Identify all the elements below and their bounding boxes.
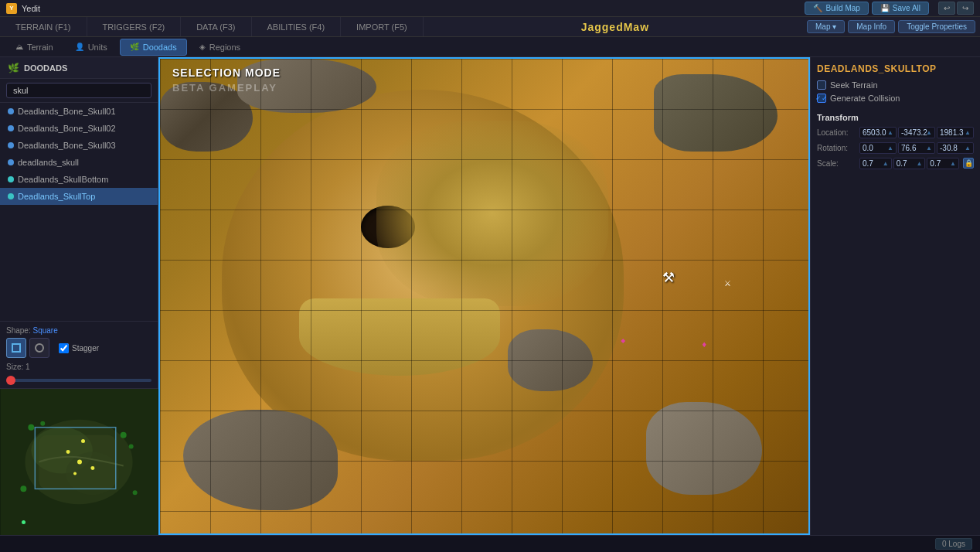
svg-point-8 [40,421,45,426]
scale-z: 0.7 [930,159,950,168]
svg-point-9 [121,432,127,438]
map-info-button[interactable]: Map Info [848,20,895,33]
tool-marker: ⚔ [724,279,731,288]
build-map-button[interactable]: 🔨 Build Map [805,2,868,15]
seek-terrain-checkbox[interactable] [817,80,826,90]
subnav-regions[interactable]: ◈ Regions [190,39,250,56]
scale-y-arrow[interactable]: ▲ [916,160,922,167]
minimap-view [0,389,158,535]
save-icon: 💾 [880,4,890,12]
svg-point-1 [36,344,43,352]
scale-lock-button[interactable]: 🔒 [963,158,974,169]
svg-point-7 [28,424,34,431]
rotation-x-arrow[interactable]: ▲ [887,145,893,152]
scale-x-arrow[interactable]: ▲ [883,160,889,167]
location-y-arrow[interactable]: ▲ [926,129,932,136]
selection-mode-label: SELECTION MODE [172,66,281,79]
location-x-arrow[interactable]: ▲ [887,129,893,136]
tab-triggers[interactable]: TRIGGERS (F2) [87,17,182,36]
rotation-label: Rotation: [817,144,859,152]
generate-collision-checkbox[interactable]: ✓ [817,94,826,103]
list-item[interactable]: deadlands_skull [0,154,158,171]
item-dot [8,193,14,199]
tab-terrain[interactable]: TERRAIN (F1) [0,17,87,36]
size-slider[interactable] [6,379,151,382]
scale-z-field: 0.7 ▲ [927,158,959,169]
minimap-dot [81,439,85,443]
redo-button[interactable]: ↪ [957,2,974,15]
circle-icon [35,343,44,353]
logs-button[interactable]: 0 Logs [935,538,972,550]
object-title: DEADLANDS_SKULLTOP [817,63,974,74]
left-panel: 🌿 DOODADS Deadlands_Bone_Skull01 Deadlan… [0,57,158,535]
transform-section-title: Transform [817,113,974,122]
tab-right-controls: Map ▾ Map Info Toggle Properties [807,20,975,33]
square-icon [12,343,21,353]
circle-shape-button[interactable] [29,338,49,358]
scale-row: Scale: 0.7 ▲ 0.7 ▲ 0.7 ▲ 🔒 [817,158,974,169]
svg-point-15 [90,466,94,470]
svg-point-14 [66,450,70,454]
doodads-icon: 🌿 [130,43,139,51]
subnav-terrain[interactable]: ⛰ Terrain [6,39,63,56]
scale-x: 0.7 [863,159,883,168]
search-box [0,79,158,103]
tab-data[interactable]: DATA (F3) [181,17,251,36]
location-z-arrow[interactable]: ▲ [965,129,971,136]
list-item-selected[interactable]: Deadlands_SkullTop [0,188,158,205]
scale-z-arrow[interactable]: ▲ [950,160,956,167]
location-y-field: -3473.2 ▲ [898,127,935,138]
scale-fields: 0.7 ▲ 0.7 ▲ 0.7 ▲ 🔒 [859,158,974,169]
stagger-checkbox[interactable] [59,343,69,353]
tab-abilities[interactable]: ABILITIES (F4) [252,17,342,36]
size-label: Size: 1 [6,363,151,371]
beta-gameplay-label: BETA GAMEPLAY [172,82,277,94]
tab-import[interactable]: IMPORT (F5) [341,17,424,36]
list-item[interactable]: Deadlands_Bone_Skull03 [0,137,158,154]
shape-buttons: Stagger [6,338,151,358]
map-dropdown-button[interactable]: Map ▾ [807,20,845,33]
location-z-field: 1981.3 ▲ [937,127,974,138]
rotation-z-arrow[interactable]: ▲ [965,145,971,152]
list-item[interactable]: Deadlands_SkullBottom [0,171,158,188]
skull-eye-right [430,210,477,248]
accent-marker: ⬧ [701,337,707,349]
list-item[interactable]: Deadlands_Bone_Skull01 [0,103,158,120]
main-layout: 🌿 DOODADS Deadlands_Bone_Skull01 Deadlan… [0,57,980,535]
location-fields: 6503.0 ▲ -3473.2 ▲ 1981.3 ▲ [859,127,974,138]
viewport-background: SELECTION MODE BETA GAMEPLAY ⚒ ⬥ ⬧ ⚔ [160,59,808,533]
search-input[interactable] [6,83,151,98]
scale-label: Scale: [817,159,859,168]
generate-collision-row: ✓ Generate Collision [817,94,974,103]
location-x: 6503.0 [863,128,887,137]
viewport[interactable]: SELECTION MODE BETA GAMEPLAY ⚒ ⬥ ⬧ ⚔ [158,57,810,535]
location-row: Location: 6503.0 ▲ -3473.2 ▲ 1981.3 ▲ [817,127,974,138]
svg-point-10 [129,445,134,449]
location-label: Location: [817,128,859,137]
title-bar: Y Yedit 🔨 Build Map 💾 Save All ↩ ↪ [0,0,980,17]
location-x-field: 6503.0 ▲ [859,127,897,138]
scale-x-field: 0.7 ▲ [859,158,892,169]
rock-decoration [654,74,778,152]
list-item[interactable]: Deadlands_Bone_Skull02 [0,120,158,137]
map-title: JaggedMaw [424,21,807,33]
save-all-button[interactable]: 💾 Save All [872,2,929,15]
panel-header: 🌿 DOODADS [0,57,158,79]
undo-button[interactable]: ↩ [938,2,955,15]
rotation-x-field: 0.0 ▲ [859,142,897,154]
svg-point-16 [73,472,77,475]
scale-y-field: 0.7 ▲ [893,158,926,169]
rotation-y-arrow[interactable]: ▲ [926,145,932,152]
subnav-doodads[interactable]: 🌿 Doodads [120,39,187,56]
subnav-units[interactable]: 👤 Units [66,39,117,56]
square-shape-button[interactable] [6,338,26,358]
scale-y: 0.7 [897,159,917,168]
rotation-z: -30.8 [940,144,965,152]
units-icon: 👤 [75,43,84,51]
status-bar: 0 Logs [0,535,980,552]
accent-marker: ⬥ [620,333,626,346]
rock-decoration [646,402,762,495]
cursor-icon: ⚒ [662,269,675,286]
toggle-properties-button[interactable]: Toggle Properties [898,20,975,33]
title-bar-right: 🔨 Build Map 💾 Save All ↩ ↪ [805,2,974,15]
